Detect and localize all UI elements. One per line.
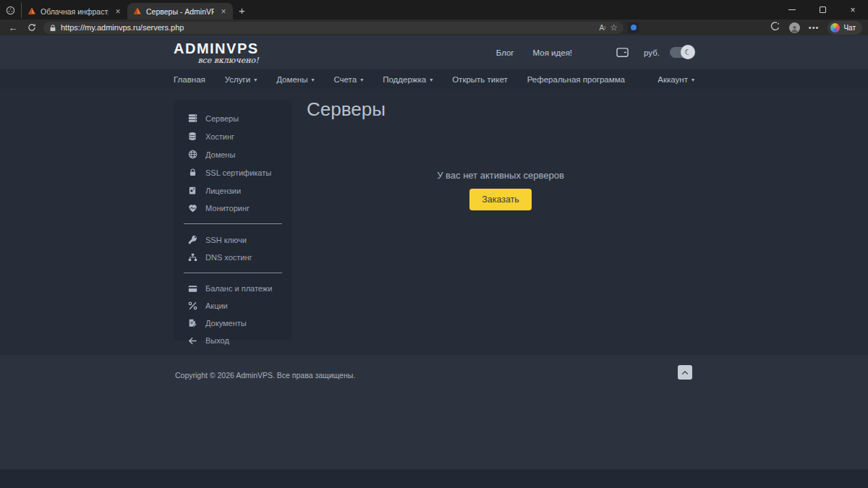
chevron-down-icon: ▾ (254, 76, 257, 83)
moon-icon: ☾ (681, 45, 695, 59)
nav-item-label: Открыть тикет (452, 75, 508, 84)
nav-item[interactable]: Поддержка▾ (383, 75, 433, 84)
order-button[interactable]: Заказать (469, 189, 532, 210)
scroll-to-top-button[interactable] (678, 365, 692, 380)
browser-toolbar: ← https://my.adminvps.ru/servers.php A) … (0, 20, 868, 35)
window-restore-button[interactable] (807, 0, 838, 20)
nav-items: ГлавнаяУслуги▾Домены▾Счета▾Поддержка▾Отк… (174, 75, 625, 84)
sidebar-item[interactable]: SSH ключи (174, 231, 292, 249)
database-icon (187, 132, 197, 141)
nav-item-label: Аккаунт (658, 75, 688, 84)
window-close-button[interactable]: × (838, 0, 868, 20)
globe-icon (187, 150, 197, 159)
tab-title: Серверы - AdminVPS (146, 7, 214, 16)
browser-menu-icon[interactable]: ••• (809, 23, 820, 32)
copilot-icon (830, 23, 840, 33)
browser-tab-inactive[interactable]: Облачная инфраструктура и рег × (22, 3, 127, 20)
back-icon[interactable]: ← (6, 22, 20, 33)
sidebar-item[interactable]: Документы (174, 314, 292, 332)
read-aloud-icon[interactable]: A) (600, 24, 606, 32)
wallet-icon[interactable] (616, 46, 629, 59)
sidebar-item-label: Серверы (205, 114, 239, 123)
license-icon (187, 186, 197, 195)
favorite-star-icon[interactable]: ☆ (610, 22, 618, 33)
dark-mode-toggle[interactable]: ☾ (670, 47, 694, 58)
copyright-text: Copyright © 2026 AdminVPS. Все права защ… (175, 371, 355, 380)
profile-avatar[interactable] (789, 22, 800, 33)
sidebar-item-label: Мониторинг (205, 204, 250, 213)
server-icon (187, 114, 197, 123)
sidebar-item-label: Лицензии (205, 187, 241, 195)
sidebar-item-label: SSH ключи (205, 236, 247, 244)
nav-item[interactable]: Услуги▾ (225, 75, 257, 84)
file-signature-icon (187, 319, 197, 328)
heartbeat-icon (187, 204, 197, 213)
nav-item-label: Реферальная программа (527, 75, 625, 84)
copilot-chat-button[interactable]: Чат (827, 21, 862, 35)
nav-item[interactable]: Главная (174, 75, 205, 84)
percent-icon (187, 301, 197, 310)
arrow-left-icon (187, 337, 197, 345)
tab-workspaces-icon[interactable] (4, 2, 22, 18)
sidebar-item[interactable]: Серверы (174, 109, 292, 127)
site-header: ADMINVPS все включено! Блог Моя идея! ру… (0, 35, 868, 69)
page-title: Серверы (307, 98, 694, 121)
lock-icon (187, 168, 197, 177)
nav-item-label: Поддержка (383, 75, 426, 84)
site-footer: Copyright © 2026 AdminVPS. Все права защ… (0, 355, 868, 469)
sitemap-icon (187, 253, 197, 262)
url-text[interactable]: https://my.adminvps.ru/servers.php (61, 23, 595, 32)
main-content: Серверы У вас нет активных серверов Зака… (292, 89, 694, 355)
browser-essentials-icon[interactable] (770, 21, 780, 34)
sidebar-item[interactable]: Домены (174, 145, 292, 163)
chevron-down-icon: ▾ (692, 76, 694, 83)
nav-item[interactable]: Открыть тикет (452, 75, 508, 84)
refresh-icon[interactable] (25, 23, 39, 32)
chevron-down-icon: ▾ (430, 76, 433, 83)
sidebar-divider (184, 223, 282, 224)
sidebar-menu: СерверыХостингДоменыSSL сертификатыЛицен… (174, 100, 292, 341)
chevron-down-icon: ▾ (360, 76, 363, 83)
empty-state: У вас нет активных серверов Заказать (307, 170, 694, 210)
nav-item[interactable]: Счета▾ (333, 75, 363, 84)
sidebar-item-label: DNS хостинг (205, 253, 252, 262)
sidebar-item-label: Баланс и платежи (205, 284, 272, 293)
sidebar-item[interactable]: Хостинг (174, 127, 292, 145)
sidebar-item-label: Хостинг (205, 132, 234, 141)
sidebar-item[interactable]: DNS хостинг (174, 249, 292, 266)
tab-close-icon[interactable]: × (218, 7, 229, 17)
extension-icon[interactable] (628, 22, 639, 33)
browser-tab-active[interactable]: Серверы - AdminVPS × (127, 3, 233, 20)
new-tab-button[interactable]: + (239, 4, 245, 17)
browser-titlebar: Облачная инфраструктура и рег × Серверы … (0, 0, 868, 20)
adminvps-logo[interactable]: ADMINVPS все включено! (174, 41, 259, 64)
nav-item-label: Счета (333, 75, 357, 84)
sidebar-item[interactable]: Баланс и платежи (174, 280, 292, 297)
copilot-label: Чат (843, 24, 856, 32)
sidebar-item-label: SSL сертификаты (205, 168, 271, 177)
nav-item-label: Домены (276, 75, 307, 84)
page-body: СерверыХостингДоменыSSL сертификатыЛицен… (0, 89, 868, 355)
blog-link[interactable]: Блог (496, 48, 514, 57)
my-idea-link[interactable]: Моя идея! (533, 48, 572, 57)
nav-item[interactable]: Домены▾ (276, 75, 314, 84)
site-nav: ГлавнаяУслуги▾Домены▾Счета▾Поддержка▾Отк… (0, 69, 868, 89)
logo-tagline: все включено! (174, 56, 259, 64)
sidebar-item-label: Домены (205, 150, 235, 159)
credit-card-icon (187, 285, 197, 293)
nav-item[interactable]: Реферальная программа (527, 75, 625, 84)
sidebar-item[interactable]: Акции (174, 297, 292, 314)
site-security-lock-icon[interactable] (49, 24, 56, 32)
page-bottom-strip (0, 469, 868, 488)
tab-close-icon[interactable]: × (113, 7, 123, 17)
sidebar-item[interactable]: SSL сертификаты (174, 163, 292, 181)
window-minimize-button[interactable] (777, 0, 807, 20)
sidebar-item[interactable]: Выход (174, 332, 292, 349)
sidebar-item[interactable]: Мониторинг (174, 200, 292, 217)
nav-item-label: Главная (174, 75, 205, 84)
sidebar-item[interactable]: Лицензии (174, 181, 292, 200)
address-bar[interactable]: https://my.adminvps.ru/servers.php A) ☆ (43, 22, 624, 34)
nav-item-label: Услуги (225, 75, 250, 84)
nav-item-account[interactable]: Аккаунт ▾ (658, 75, 694, 84)
adminvps-favicon (27, 7, 36, 17)
